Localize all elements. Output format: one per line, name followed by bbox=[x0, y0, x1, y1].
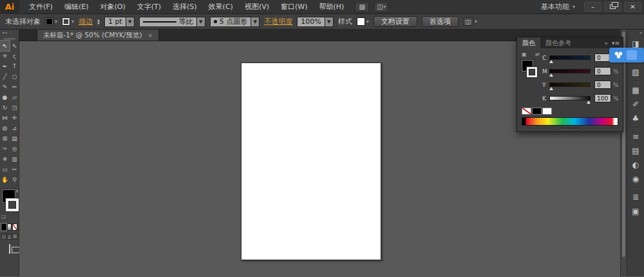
chevron-down-icon[interactable]: ▾ bbox=[71, 19, 74, 24]
stroke-width-value[interactable]: 1 pt bbox=[105, 17, 126, 26]
arrange-documents-icon[interactable]: ◫ ▾ bbox=[374, 2, 388, 12]
menu-effect[interactable]: 效果(C) bbox=[203, 0, 239, 14]
gradient-tool[interactable]: ▤ bbox=[10, 133, 19, 144]
dock-collapse-icon[interactable]: » bbox=[627, 30, 644, 37]
selection-tool[interactable]: ↖ bbox=[0, 41, 10, 51]
chevron-down-icon[interactable]: ▼ bbox=[251, 17, 259, 26]
document-tab[interactable]: 未标题-1* @ 50% (CMYK/预览) × bbox=[37, 30, 159, 41]
shape-builder-tool[interactable]: ◍ bbox=[0, 123, 10, 133]
slider-thumb[interactable] bbox=[587, 100, 591, 104]
tab-color[interactable]: 颜色 bbox=[517, 37, 540, 48]
color-button[interactable] bbox=[1, 224, 6, 231]
blob-brush-tool[interactable]: ● bbox=[0, 92, 10, 102]
panel-resize-grip[interactable] bbox=[517, 126, 623, 131]
menu-help[interactable]: 帮助(H) bbox=[313, 0, 350, 14]
style-swatch[interactable] bbox=[357, 17, 365, 26]
close-button[interactable]: ✕ bbox=[624, 2, 641, 12]
chevron-down-icon[interactable]: ▼ bbox=[126, 17, 134, 26]
preferences-button[interactable]: 首选项 bbox=[422, 16, 459, 27]
tab-color-guide[interactable]: 颜色参考 bbox=[540, 37, 576, 48]
line-segment-tool[interactable]: ╱ bbox=[0, 72, 10, 82]
opacity-value[interactable]: 100% bbox=[298, 17, 324, 26]
eyedropper-tool[interactable]: ✑ bbox=[0, 144, 10, 154]
lasso-tool[interactable]: ς bbox=[10, 51, 19, 61]
none-button[interactable] bbox=[12, 224, 17, 231]
pen-tool[interactable]: ✒ bbox=[0, 61, 10, 72]
stroke-proxy[interactable] bbox=[527, 67, 537, 77]
brushes-panel-icon[interactable]: ✐ bbox=[627, 97, 644, 111]
slider-track-y[interactable] bbox=[549, 82, 591, 87]
chevron-down-icon[interactable]: ▼ bbox=[196, 17, 205, 26]
slice-tool[interactable]: ✂ bbox=[10, 164, 19, 175]
color-spectrum-bar[interactable] bbox=[522, 117, 618, 126]
workspace-switcher[interactable]: 基本功能 ▾ bbox=[535, 2, 582, 12]
artboard-tool[interactable]: ▭ bbox=[0, 164, 10, 175]
free-transform-tool[interactable]: ✛ bbox=[10, 113, 19, 123]
panel-collapse-icon[interactable]: » bbox=[604, 40, 608, 46]
layers-panel-icon[interactable]: ≣ bbox=[627, 190, 644, 204]
black-swatch[interactable] bbox=[532, 108, 542, 115]
slider-track-m[interactable] bbox=[549, 69, 591, 73]
slider-value-y[interactable]: 0 bbox=[594, 81, 611, 89]
stroke-panel-link[interactable]: 描边 bbox=[79, 17, 93, 26]
hand-tool[interactable]: ✋ bbox=[0, 175, 10, 185]
stroke-width-stepper[interactable]: ▲▼ bbox=[97, 19, 100, 25]
swatches-panel-icon[interactable]: ▦ bbox=[627, 83, 644, 97]
menu-window[interactable]: 窗口(W) bbox=[275, 0, 313, 14]
rotate-tool[interactable]: ↻ bbox=[0, 102, 10, 113]
stroke-proxy[interactable] bbox=[6, 198, 19, 211]
swap-fill-stroke-icon[interactable]: ⇄ bbox=[535, 52, 540, 57]
restore-button[interactable] bbox=[604, 2, 621, 12]
mesh-tool[interactable]: ⊞ bbox=[0, 133, 10, 144]
stroke-color-control[interactable]: ▾ bbox=[62, 17, 74, 26]
none-swatch[interactable] bbox=[522, 108, 531, 115]
menu-object[interactable]: 对象(O) bbox=[94, 0, 131, 14]
slider-track-k[interactable] bbox=[549, 96, 591, 100]
zoom-tool[interactable]: ⚲ bbox=[10, 175, 19, 185]
slider-value-k[interactable]: 100 bbox=[594, 94, 611, 102]
artboard[interactable] bbox=[241, 62, 381, 260]
fill-color-control[interactable]: ▾ bbox=[45, 17, 57, 26]
screen-mode-button[interactable] bbox=[9, 245, 10, 253]
gradient-panel-icon[interactable]: ▤ bbox=[627, 144, 644, 158]
default-fill-stroke-icon[interactable]: ❏ bbox=[1, 215, 5, 220]
menu-view[interactable]: 视图(V) bbox=[239, 0, 275, 14]
document-setup-button[interactable]: 文档设置 bbox=[374, 16, 417, 27]
appearance-panel-icon[interactable]: ◉ bbox=[627, 172, 644, 186]
ellipse-tool[interactable]: ○ bbox=[10, 72, 19, 82]
tab-close-icon[interactable]: × bbox=[148, 32, 153, 39]
blend-tool[interactable]: ◎ bbox=[10, 144, 19, 154]
menu-type[interactable]: 文字(T) bbox=[131, 0, 167, 14]
paintbrush-tool[interactable]: ✎ bbox=[0, 82, 10, 92]
symbols-panel-icon[interactable]: ♣ bbox=[627, 111, 644, 126]
menu-file[interactable]: 文件(F) bbox=[23, 0, 59, 14]
highlighted-dock-icon[interactable] bbox=[609, 48, 644, 62]
direct-selection-tool[interactable]: ⇖ bbox=[10, 41, 19, 51]
draw-behind-button[interactable]: ◱ bbox=[7, 233, 12, 240]
symbol-sprayer-tool[interactable]: ✵ bbox=[0, 154, 10, 164]
slider-thumb[interactable] bbox=[549, 73, 553, 77]
chevron-down-icon[interactable]: ▾ bbox=[55, 19, 57, 24]
menu-edit[interactable]: 编辑(E) bbox=[59, 0, 95, 14]
panel-menu-icon[interactable]: ▾≡ bbox=[612, 40, 620, 46]
bridge-icon[interactable]: ▨ bbox=[355, 2, 369, 12]
gradient-button[interactable] bbox=[7, 224, 12, 231]
stroke-swatch[interactable] bbox=[62, 17, 70, 26]
menu-select[interactable]: 选择(S) bbox=[167, 0, 203, 14]
slider-value-m[interactable]: 0 bbox=[594, 67, 611, 75]
slider-track-c[interactable] bbox=[549, 55, 591, 60]
stroke-width-combo[interactable]: 1 pt ▼ bbox=[104, 17, 135, 27]
eraser-tool[interactable]: ▱ bbox=[10, 92, 19, 102]
pencil-tool[interactable]: ✏ bbox=[10, 82, 19, 92]
style-control[interactable]: ▾ bbox=[357, 17, 369, 26]
minimize-button[interactable]: – bbox=[584, 2, 601, 12]
chevron-down-icon[interactable]: ▾ bbox=[366, 19, 369, 24]
stroke-panel-icon[interactable]: ≡ bbox=[627, 129, 644, 144]
slider-thumb[interactable] bbox=[549, 87, 553, 90]
opacity-combo[interactable]: 100% ▼ bbox=[297, 17, 333, 27]
slider-thumb[interactable] bbox=[549, 60, 553, 63]
fill-swatch[interactable] bbox=[45, 17, 53, 26]
perspective-grid-tool[interactable]: ⊿ bbox=[10, 123, 19, 133]
chevron-down-icon[interactable]: ▾ bbox=[475, 19, 477, 24]
control-panel-menu[interactable]: ◫ ▾ bbox=[463, 17, 477, 26]
